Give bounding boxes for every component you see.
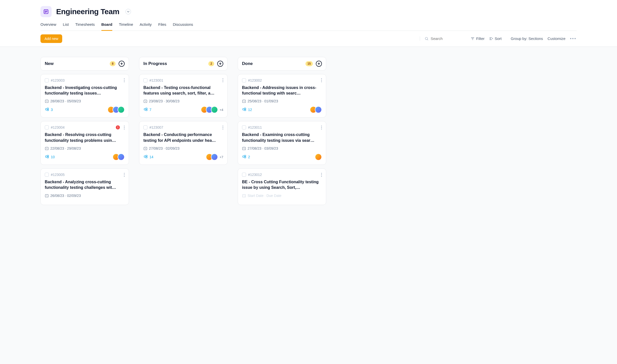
task-card[interactable]: #123007Backend - Conducting performance … [139, 121, 228, 165]
avatar [315, 153, 322, 161]
add-card-button[interactable]: + [316, 61, 322, 67]
assignee-avatars[interactable] [315, 153, 322, 161]
more-options-button[interactable]: ••• [570, 36, 577, 41]
tab-overview[interactable]: Overview [40, 22, 56, 31]
svg-rect-17 [244, 110, 246, 111]
title-row: Engineering Team [40, 6, 577, 17]
toolbar: Add new Filter Sort Group by: Sections C… [0, 31, 617, 47]
card-menu-button[interactable] [321, 173, 322, 177]
search-input[interactable] [431, 36, 466, 41]
column-new: New8+#123003Backend - Investigating cros… [40, 57, 129, 209]
subtasks-count[interactable]: 14 [143, 155, 153, 159]
search-field[interactable] [420, 36, 466, 41]
title-dropdown-button[interactable] [125, 9, 131, 14]
assignee-avatars[interactable] [310, 106, 322, 113]
calendar-icon [143, 146, 147, 150]
page-header: Engineering Team OverviewListTimesheetsB… [0, 0, 617, 31]
svg-rect-16 [244, 108, 246, 109]
svg-rect-13 [146, 155, 147, 156]
add-card-button[interactable]: + [217, 61, 223, 67]
task-checkbox[interactable] [242, 173, 246, 177]
task-id: #123005 [51, 173, 65, 177]
task-card[interactable]: #123004!Backend - Resolving cross-cuttin… [40, 121, 129, 165]
tab-files[interactable]: Files [158, 22, 166, 31]
card-menu-button[interactable] [124, 78, 125, 82]
date-range-placeholder: Start Date · Due Date [242, 194, 322, 198]
column-title: Done [242, 61, 305, 66]
task-checkbox[interactable] [143, 78, 147, 82]
task-checkbox[interactable] [143, 125, 147, 129]
svg-rect-19 [244, 155, 246, 156]
tab-list[interactable]: List [63, 22, 69, 31]
subtasks-count[interactable]: 2 [242, 155, 250, 159]
avatar [315, 106, 322, 113]
avatar [211, 153, 218, 161]
sort-button[interactable]: Sort [489, 36, 502, 41]
task-card[interactable]: #123012BE - Cross Cutting Functionality … [238, 168, 326, 205]
task-id: #123011 [248, 125, 262, 129]
task-checkbox[interactable] [45, 173, 49, 177]
card-top-row: #123005 [45, 173, 125, 177]
subtasks-icon [45, 107, 49, 112]
card-top-row: #123002 [242, 78, 322, 82]
assignee-avatars[interactable] [113, 153, 125, 161]
avatar-overflow-count: +4 [219, 108, 223, 112]
add-new-button[interactable]: Add new [40, 34, 62, 43]
assignee-avatars[interactable] [107, 106, 125, 113]
task-card[interactable]: #123005Backend - Analyzing cross-cutting… [40, 168, 129, 205]
task-title: Backend - Conducting performance testing… [143, 132, 223, 143]
subtasks-count[interactable]: 10 [45, 155, 55, 159]
calendar-icon [242, 194, 246, 198]
card-menu-button[interactable] [321, 126, 322, 129]
page-title: Engineering Team [56, 7, 119, 16]
avatar [211, 106, 218, 113]
task-checkbox[interactable] [45, 125, 49, 129]
task-card[interactable]: #123011Backend - Examining cross-cutting… [238, 121, 326, 165]
subtasks-count[interactable]: 7 [143, 107, 151, 112]
group-by-button[interactable]: Group by: Sections [511, 36, 543, 41]
date-range: 27/08/23 · 03/09/23 [242, 146, 322, 150]
calendar-icon [143, 99, 147, 103]
add-card-button[interactable]: + [119, 61, 125, 67]
tab-timesheets[interactable]: Timesheets [75, 22, 95, 31]
task-checkbox[interactable] [45, 78, 49, 82]
svg-rect-11 [146, 110, 147, 111]
filter-button[interactable]: Filter [471, 36, 484, 41]
card-footer: 2 [242, 153, 322, 161]
card-footer: 7+4 [143, 106, 223, 113]
tab-discussions[interactable]: Discussions [173, 22, 193, 31]
column-count-badge: 15 [305, 61, 313, 66]
subtasks-count[interactable]: 12 [242, 107, 252, 112]
search-icon [425, 37, 429, 41]
svg-rect-3 [47, 108, 49, 109]
tab-timeline[interactable]: Timeline [119, 22, 133, 31]
date-range: 26/08/23 · 02/09/23 [45, 194, 125, 198]
task-card[interactable]: #123001Backend - Testing cross-functiona… [139, 74, 228, 118]
assignee-avatars[interactable]: +4 [201, 106, 223, 113]
column-count-badge: 8 [110, 61, 116, 66]
task-card[interactable]: #123002Backend - Addressing issues in cr… [238, 74, 326, 118]
card-menu-button[interactable] [223, 126, 223, 129]
task-checkbox[interactable] [242, 125, 246, 129]
card-menu-button[interactable] [124, 126, 125, 129]
tab-activity[interactable]: Activity [140, 22, 152, 31]
card-menu-button[interactable] [223, 78, 223, 82]
subtasks-count[interactable]: 3 [45, 107, 53, 112]
task-card[interactable]: #123003Backend - Investigating cross-cut… [40, 74, 129, 118]
sort-icon [489, 37, 493, 41]
customize-button[interactable]: Customize [547, 36, 565, 41]
task-id: #123003 [51, 78, 65, 82]
card-top-row: #123012 [242, 173, 322, 177]
task-checkbox[interactable] [242, 78, 246, 82]
card-menu-button[interactable] [321, 78, 322, 82]
svg-rect-6 [47, 155, 49, 156]
subtasks-icon [143, 107, 148, 112]
assignee-avatars[interactable]: +7 [206, 153, 223, 161]
card-top-row: #123001 [143, 78, 223, 82]
card-menu-button[interactable] [124, 173, 125, 177]
tab-board[interactable]: Board [101, 22, 112, 31]
svg-rect-14 [146, 157, 147, 158]
subtasks-icon [242, 155, 247, 159]
calendar-icon [45, 146, 49, 150]
svg-rect-7 [47, 157, 49, 158]
